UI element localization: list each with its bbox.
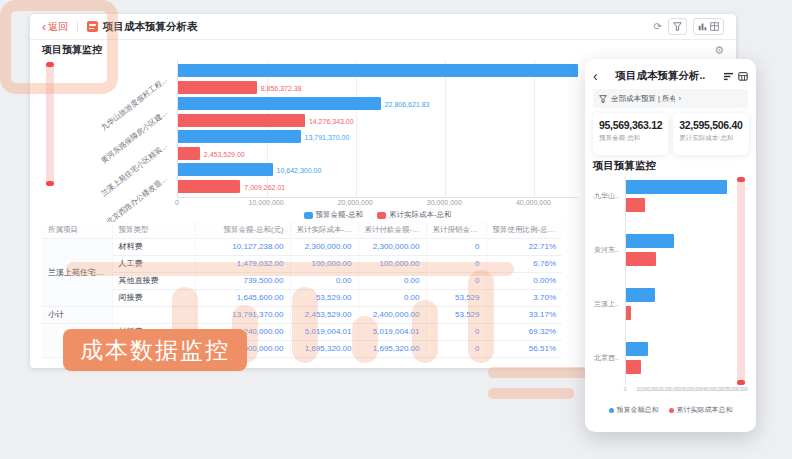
cell-value[interactable]: 0.00% [486,273,562,290]
bar-actual-0[interactable]: 8,856,372.38 [178,81,257,94]
axis-category-label: 兰溪上.. [594,299,619,309]
cell-value[interactable]: 2,300,000.00 [358,239,426,256]
desktop-background: ‹ 返回 项目成本预算分析表 ⟳ 项目预算监控 ⚙ [0,0,792,459]
cell-value[interactable]: 739,500.00 [195,273,290,290]
axis-tick-label: 40,000,000 [516,199,551,206]
bar-actual-1[interactable] [626,252,656,266]
cell-value[interactable]: 1,695,320.00 [358,341,426,358]
back-button[interactable]: ‹ 返回 [42,20,68,34]
cell-value[interactable]: 3.70% [486,290,562,307]
cell-value[interactable]: 10,127,238.00 [195,239,290,256]
bar-actual-2[interactable] [626,306,631,320]
cell-value[interactable]: 0 [426,239,486,256]
bar-actual-1[interactable]: 14,276,343.00 [178,114,305,127]
cell-value[interactable]: 33.17% [486,307,562,324]
axis-tick-label: 40,000,000 [703,386,725,392]
cell-value[interactable]: 69.32% [486,324,562,341]
cell-budget-type: 间接费 [112,290,195,307]
cell-value[interactable]: 0 [426,273,486,290]
bar-budget-2[interactable] [626,288,655,302]
cell-value[interactable]: 56.51% [486,341,562,358]
column-header: 预算金额-总和(元) [195,222,290,239]
axis-tick-label: 30,000,000 [427,199,462,206]
bar-budget-2[interactable]: 13,791,370.00 [178,130,301,143]
refresh-icon[interactable]: ⟳ [654,22,662,32]
gridline [356,60,357,197]
panel-filter-bar[interactable]: 全部成本预算 | 所有时间 | 等于已通过 › [593,89,748,108]
column-header: 所属项目 [42,222,112,239]
table-row: 间接费1,645,600.0053,529.000.0053,5293.70% [42,290,562,307]
bar-budget-0[interactable] [178,64,578,77]
sort-list-icon[interactable] [723,72,734,81]
cell-value[interactable]: 5,019,004.01 [290,324,358,341]
cell-value[interactable]: 53,529 [426,290,486,307]
bar-budget-1[interactable] [626,234,674,248]
calendar-grid-icon[interactable] [738,71,748,81]
cell-value[interactable]: 53,529.00 [290,290,358,307]
bar-value-label: 13,791,370.00 [305,133,350,140]
axis-tick-label: 20,000,000 [659,386,681,392]
bar-actual-3[interactable] [626,360,641,374]
back-chevron-icon: ‹ [42,22,46,32]
panel-back-icon[interactable]: ‹ [593,69,598,83]
cell-value[interactable]: 100,000.00 [290,256,358,273]
cell-value[interactable]: 0 [426,256,486,273]
cell-value[interactable]: 2,453,529.00 [290,307,358,324]
legend-swatch [304,212,313,219]
gear-icon[interactable]: ⚙ [714,44,724,57]
bar-actual-3[interactable]: 7,009,262.01 [178,180,240,193]
axis-tick-label: 30,000,000 [681,386,703,392]
stat-label: 累计实际成本·总和 [679,134,742,143]
cell-value[interactable]: 1,695,320.00 [290,341,358,358]
cell-value[interactable]: 2,400,000.00 [358,307,426,324]
chart-section-header: 项目预算监控 ⚙ [30,40,736,60]
cell-value[interactable]: 0 [426,341,486,358]
bar-actual-2[interactable]: 2,453,529.00 [178,147,200,160]
cell-value[interactable]: 0 [426,324,486,341]
bar-value-label: 22,806,621.83 [385,100,430,107]
bar-value-label: 8,856,372.38 [261,84,302,91]
legend-item-budget[interactable]: 预算金额总和 [609,405,659,415]
legend-item-budget[interactable]: 预算金额-总和 [304,210,364,220]
cell-budget-type: 材料费 [112,239,195,256]
gridline [267,60,268,197]
summary-stats: 95,569,363.12预算金额·总和32,595,506.40累计实际成本·… [593,113,748,155]
legend-item-actual[interactable]: 累计实际成本-总和 [377,210,452,220]
chevron-right-icon: › [679,94,743,103]
scrollbar-top-handle[interactable] [737,177,745,182]
cell-value[interactable]: 0.00 [358,290,426,307]
bar-budget-1[interactable]: 22,806,621.83 [178,97,381,110]
cell-value[interactable]: 0.00 [358,273,426,290]
legend-item-actual[interactable]: 累计实际成本总和 [669,405,733,415]
cell-value[interactable]: 0.00 [290,273,358,290]
cell-project: 兰溪上苑住宅小区精装修第... [42,239,112,307]
bar-value-label: 7,009,262.01 [244,183,285,190]
cell-value[interactable]: 6.76% [486,256,562,273]
bar-value-label: 14,276,343.00 [309,117,354,124]
axis-tick-label: 0 [175,199,179,206]
scrollbar-bottom-handle[interactable] [737,380,745,385]
cell-value[interactable]: 5,019,004.01 [358,324,426,341]
bar-actual-0[interactable] [626,198,645,212]
view-settings-button[interactable] [693,18,724,35]
panel-chart-scrollbar[interactable] [737,177,745,385]
bar-budget-3[interactable] [626,342,648,356]
stat-card: 95,569,363.12预算金额·总和 [593,113,668,155]
cell-value[interactable]: 1,645,600.00 [195,290,290,307]
cell-value[interactable]: 13,791,370.00 [195,307,290,324]
bar-value-label: 2,453,529.00 [204,150,245,157]
table-row: 人工费1,479,032.00100,000.00100,000.0006.76… [42,256,562,273]
axis-category-label: 九华山.. [594,191,619,201]
bar-budget-0[interactable] [626,180,727,194]
cell-value[interactable]: 1,479,032.00 [195,256,290,273]
cell-value[interactable]: 2,300,000.00 [290,239,358,256]
cell-value[interactable]: 53,529 [426,307,486,324]
cell-value[interactable]: 100,000.00 [358,256,426,273]
filter-button[interactable] [668,18,687,35]
panel-chart-legend: 预算金额总和累计实际成本总和 [585,405,756,415]
legend-swatch [609,408,614,413]
cell-value[interactable]: 22.71% [486,239,562,256]
bar-budget-3[interactable]: 10,642,300.00 [178,163,273,176]
funnel-icon [599,95,607,103]
watermark-line [488,388,574,399]
